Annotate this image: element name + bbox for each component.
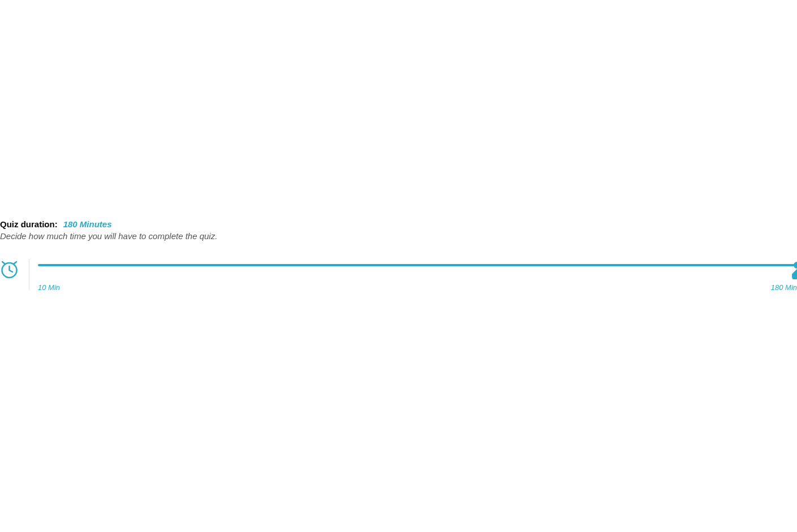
duration-slider[interactable] <box>38 264 797 266</box>
slider-max-label: 180 Min <box>771 283 797 292</box>
alarm-clock-icon <box>0 260 19 279</box>
slider-labels: 10 Min 180 Min <box>38 283 797 292</box>
slider-thumb[interactable] <box>794 262 797 269</box>
duration-description: Decide how much time you will have to co… <box>0 231 797 241</box>
duration-header: Quiz duration: 180 Minutes <box>0 219 797 229</box>
slider-row: 10 Min 180 Min <box>0 259 797 292</box>
quiz-duration-section: Quiz duration: 180 Minutes Decide how mu… <box>0 219 797 292</box>
duration-slider-container: 10 Min 180 Min <box>38 259 797 292</box>
slider-min-label: 10 Min <box>38 283 60 292</box>
duration-value: 180 Minutes <box>63 219 112 229</box>
clock-icon-wrapper <box>0 259 19 279</box>
vertical-divider <box>29 259 29 290</box>
duration-label: Quiz duration: <box>0 219 58 229</box>
slider-tooltip <box>792 269 797 282</box>
